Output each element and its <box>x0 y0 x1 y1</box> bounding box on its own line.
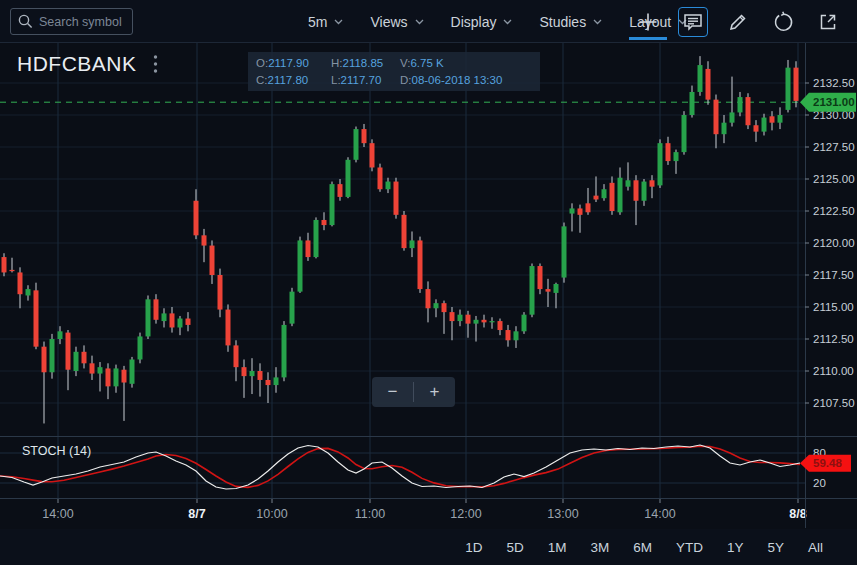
candlestick[interactable] <box>482 320 487 323</box>
candlestick[interactable] <box>794 68 799 101</box>
candlestick[interactable] <box>386 182 391 190</box>
candlestick[interactable] <box>698 65 703 92</box>
news-button[interactable] <box>678 7 708 37</box>
candlestick[interactable] <box>706 69 711 100</box>
candlestick[interactable] <box>114 368 119 386</box>
candlestick[interactable] <box>202 235 207 245</box>
candlestick[interactable] <box>50 339 55 372</box>
candlestick[interactable] <box>674 152 679 161</box>
candlestick[interactable] <box>106 368 111 386</box>
range-button-5Y[interactable]: 5Y <box>755 536 796 559</box>
candlestick[interactable] <box>410 240 415 248</box>
candlestick[interactable] <box>746 97 751 125</box>
candlestick[interactable] <box>618 178 623 213</box>
range-button-1M[interactable]: 1M <box>536 536 579 559</box>
candlestick[interactable] <box>418 240 423 289</box>
expand-button[interactable] <box>813 7 843 37</box>
candlestick[interactable] <box>82 352 87 364</box>
candlestick[interactable] <box>346 160 351 197</box>
price-chart[interactable]: 14:008/710:0011:0012:0013:0014:008/82132… <box>0 43 857 528</box>
candlestick[interactable] <box>314 220 319 257</box>
candlestick[interactable] <box>586 203 591 212</box>
candlestick[interactable] <box>650 180 655 186</box>
candlestick[interactable] <box>234 345 239 367</box>
candlestick[interactable] <box>306 240 311 257</box>
range-button-YTD[interactable]: YTD <box>664 536 715 559</box>
zoom-in-button[interactable]: + <box>414 377 455 407</box>
candlestick[interactable] <box>42 347 47 373</box>
candlestick[interactable] <box>778 115 783 123</box>
candlestick[interactable] <box>610 183 615 211</box>
candlestick[interactable] <box>178 319 183 328</box>
candlestick[interactable] <box>514 331 519 340</box>
candlestick[interactable] <box>138 336 143 359</box>
menu-display[interactable]: Display <box>451 14 513 30</box>
candlestick[interactable] <box>762 118 767 132</box>
candlestick[interactable] <box>58 331 63 339</box>
candlestick[interactable] <box>354 129 359 160</box>
candlestick[interactable] <box>226 310 231 346</box>
candlestick[interactable] <box>218 275 223 310</box>
candlestick[interactable] <box>754 125 759 131</box>
candlestick[interactable] <box>458 315 463 321</box>
candlestick[interactable] <box>74 352 79 371</box>
candlestick[interactable] <box>338 184 343 197</box>
candlestick[interactable] <box>66 333 71 370</box>
candlestick[interactable] <box>466 315 471 324</box>
candlestick[interactable] <box>162 313 167 321</box>
candlestick[interactable] <box>530 266 535 315</box>
candlestick[interactable] <box>266 380 271 385</box>
candlestick[interactable] <box>378 167 383 189</box>
candlestick[interactable] <box>658 143 663 185</box>
candlestick[interactable] <box>498 321 503 330</box>
candlestick[interactable] <box>642 182 647 201</box>
candlestick[interactable] <box>578 208 583 214</box>
candlestick[interactable] <box>146 299 151 336</box>
kebab-menu-icon[interactable] <box>153 54 158 74</box>
candlestick[interactable] <box>666 143 671 161</box>
candlestick[interactable] <box>258 371 263 380</box>
candlestick[interactable] <box>594 196 599 200</box>
menu-studies[interactable]: Studies <box>539 14 602 30</box>
menu-views[interactable]: Views <box>370 14 423 30</box>
candlestick[interactable] <box>26 289 31 295</box>
candlestick[interactable] <box>714 100 719 135</box>
candlestick[interactable] <box>186 319 191 325</box>
candlestick[interactable] <box>562 226 567 277</box>
candlestick[interactable] <box>554 284 559 293</box>
candlestick[interactable] <box>250 371 255 376</box>
candlestick[interactable] <box>282 325 287 377</box>
candlestick[interactable] <box>506 330 511 340</box>
candlestick[interactable] <box>434 303 439 308</box>
candlestick[interactable] <box>122 370 127 383</box>
candlestick[interactable] <box>98 367 103 373</box>
candlestick[interactable] <box>154 299 159 319</box>
candlestick[interactable] <box>490 321 495 322</box>
candlestick[interactable] <box>34 290 39 346</box>
candlestick[interactable] <box>242 367 247 376</box>
candlestick[interactable] <box>450 312 455 321</box>
candlestick[interactable] <box>426 289 431 308</box>
candlestick[interactable] <box>290 292 295 324</box>
candlestick[interactable] <box>786 68 791 110</box>
candlestick[interactable] <box>770 116 775 122</box>
candlestick[interactable] <box>634 180 639 200</box>
range-button-6M[interactable]: 6M <box>621 536 664 559</box>
range-button-3M[interactable]: 3M <box>578 536 621 559</box>
candlestick[interactable] <box>330 184 335 225</box>
candlestick[interactable] <box>274 377 279 385</box>
range-button-1Y[interactable]: 1Y <box>715 536 756 559</box>
candlestick[interactable] <box>370 143 375 167</box>
candlestick[interactable] <box>690 92 695 115</box>
candlestick[interactable] <box>626 180 631 186</box>
menu-interval[interactable]: 5m <box>308 14 343 30</box>
range-button-1D[interactable]: 1D <box>453 536 494 559</box>
candlestick[interactable] <box>362 129 367 143</box>
candlestick[interactable] <box>522 315 527 332</box>
zoom-out-button[interactable]: − <box>372 377 413 407</box>
candlestick[interactable] <box>738 97 743 112</box>
candlestick[interactable] <box>682 115 687 152</box>
range-button-5D[interactable]: 5D <box>494 536 535 559</box>
add-comparison-button[interactable] <box>633 7 663 37</box>
refresh-button[interactable] <box>768 7 798 37</box>
